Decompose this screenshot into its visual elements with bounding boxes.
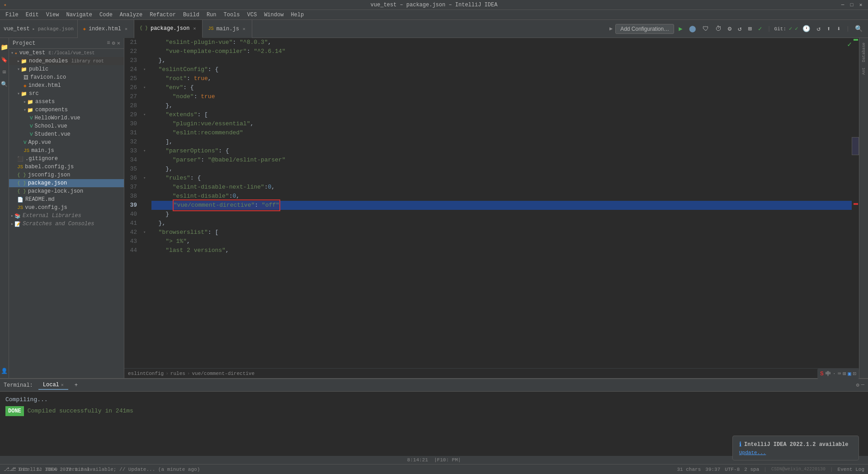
menu-file[interactable]: File bbox=[2, 10, 22, 20]
tab-index-html[interactable]: ◈ index.html ✕ bbox=[78, 20, 134, 38]
tree-item-school[interactable]: V School.vue bbox=[9, 122, 124, 130]
ant-icon[interactable]: Ant bbox=[861, 65, 867, 77]
minimize-button[interactable]: ─ bbox=[839, 1, 846, 9]
breadcrumb-rules[interactable]: rules bbox=[170, 371, 185, 376]
breadcrumb-directive[interactable]: vue/comment-directive bbox=[192, 371, 255, 376]
terminal-minimize-icon[interactable]: ─ bbox=[861, 382, 864, 389]
close-button[interactable]: ✕ bbox=[857, 1, 864, 9]
add-configuration-button[interactable]: Add Configuration… bbox=[615, 24, 674, 34]
menu-build[interactable]: Build bbox=[179, 10, 203, 20]
tree-item-vue-test[interactable]: ▾ ✦ vue_test E:/local/vue_test bbox=[9, 49, 124, 57]
find-icon[interactable]: 🔍 bbox=[0, 79, 9, 90]
history-icon[interactable]: 🕐 bbox=[801, 24, 812, 33]
tree-item-gitignore[interactable]: ⬛ .gitignore bbox=[9, 155, 124, 163]
tree-item-index-html[interactable]: ◈ index.html bbox=[9, 81, 124, 90]
maximize-button[interactable]: □ bbox=[848, 1, 855, 9]
menu-tools[interactable]: Tools bbox=[220, 10, 244, 20]
tree-item-assets[interactable]: ▸ 📁 assets bbox=[9, 98, 124, 106]
tree-item-main-js[interactable]: JS main.js bbox=[9, 147, 124, 155]
notification-icon: ℹ bbox=[739, 441, 741, 448]
sidebar-settings-icon[interactable]: ≡ bbox=[107, 40, 110, 47]
menu-view[interactable]: View bbox=[42, 10, 63, 20]
tree-item-src[interactable]: ▾ 📁 src bbox=[9, 90, 124, 98]
bookmark-panel-icon[interactable]: 🔖 bbox=[0, 55, 9, 65]
tree-item-jsconfig[interactable]: { } jsconfig.json bbox=[9, 171, 124, 179]
code-editor[interactable]: 21 22 23 24 25 26 27 28 29 30 31 32 33 3… bbox=[124, 38, 859, 368]
tree-item-helloworld[interactable]: V HelloWorld.vue bbox=[9, 114, 124, 122]
revert-icon[interactable]: ↺ bbox=[736, 24, 743, 33]
menu-refactor[interactable]: Refactor bbox=[146, 10, 179, 20]
cursor-position[interactable]: 39:37 bbox=[705, 467, 720, 472]
fold-arrow-36[interactable]: ▾ bbox=[143, 174, 150, 183]
tree-item-vue-config[interactable]: JS vue.config.js bbox=[9, 204, 124, 212]
debug-button[interactable]: ⬤ bbox=[687, 24, 698, 33]
search-everywhere-icon[interactable]: 🔍 bbox=[853, 24, 864, 33]
tree-item-babel[interactable]: JS babel.config.js bbox=[9, 163, 124, 171]
code-line-23: }, bbox=[151, 56, 852, 65]
fetch-icon[interactable]: ⬇ bbox=[835, 24, 842, 33]
project-selector[interactable]: vue_test bbox=[4, 26, 30, 32]
tree-item-favicon[interactable]: 🖼 favicon.ico bbox=[9, 73, 124, 81]
menu-edit[interactable]: Edit bbox=[22, 10, 42, 20]
tree-item-package-json[interactable]: { } package.json bbox=[9, 179, 124, 187]
done-badge: DONE bbox=[5, 406, 24, 416]
tab-local[interactable]: Local ✕ bbox=[38, 381, 68, 390]
menu-help[interactable]: Help bbox=[287, 10, 307, 20]
code-line-39[interactable]: "vue/comment-directive": "off" bbox=[151, 201, 852, 210]
menu-window[interactable]: Window bbox=[260, 10, 287, 20]
right-panel-icons: Database Ant bbox=[859, 38, 868, 378]
menu-navigate[interactable]: Navigate bbox=[62, 10, 96, 20]
code-line-26: "env": { bbox=[151, 83, 852, 92]
tree-item-readme[interactable]: 📄 README.md bbox=[9, 195, 124, 204]
menu-run[interactable]: Run bbox=[203, 10, 220, 20]
fold-arrow-29[interactable]: ▾ bbox=[143, 110, 150, 119]
menu-bar: File Edit View Navigate Code Analyze Ref… bbox=[0, 10, 868, 20]
vcs-panel-icon[interactable]: 👤 bbox=[0, 366, 9, 378]
tree-item-external-libs[interactable]: ▸ 📚 External Libraries bbox=[9, 212, 124, 220]
encoding[interactable]: UTF-8 bbox=[725, 467, 740, 472]
tree-item-public[interactable]: ▾ 📁 public bbox=[9, 65, 124, 73]
tree-item-scratches[interactable]: ▸ 📝 Scratches and Consoles bbox=[9, 220, 124, 228]
sidebar-gear-icon[interactable]: ⚙ bbox=[112, 40, 115, 47]
tab-close-index[interactable]: ✕ bbox=[124, 26, 128, 32]
vcs-icon[interactable]: ✓ bbox=[756, 24, 764, 33]
terminal-settings-icon[interactable]: ⚙ bbox=[856, 382, 859, 389]
menu-code[interactable]: Code bbox=[96, 10, 116, 20]
tab-new-terminal[interactable]: + bbox=[70, 381, 82, 389]
structure-icon[interactable]: ⊞ bbox=[2, 67, 7, 77]
indentation[interactable]: 2 spa bbox=[744, 467, 759, 472]
rollback-icon[interactable]: ↺ bbox=[815, 24, 822, 33]
database-icon[interactable]: Database bbox=[861, 40, 867, 65]
tab-close-main[interactable]: ✕ bbox=[242, 26, 246, 32]
tab-main-js[interactable]: JS main.js ✕ bbox=[203, 20, 252, 38]
tree-item-app-vue[interactable]: V App.vue bbox=[9, 138, 124, 147]
push-icon[interactable]: ⬆ bbox=[825, 24, 832, 33]
settings-icon[interactable]: ⚙ bbox=[726, 24, 733, 33]
fold-arrow-24[interactable]: ▾ bbox=[143, 65, 150, 74]
tab-close-package[interactable]: ✕ bbox=[192, 26, 197, 31]
tree-item-package-lock[interactable]: { } package-lock.json bbox=[9, 187, 124, 195]
local-tab-close[interactable]: ✕ bbox=[61, 382, 64, 388]
run-button[interactable]: ▶ bbox=[677, 24, 684, 33]
tab-package-json[interactable]: { } package.json ✕ bbox=[134, 20, 203, 38]
fold-arrow-42[interactable]: ▾ bbox=[143, 228, 150, 237]
event-log[interactable]: Event Log bbox=[838, 467, 864, 472]
tree-item-components[interactable]: ▾ 📁 components bbox=[9, 106, 124, 114]
menu-vcs[interactable]: VCS bbox=[244, 10, 261, 20]
code-line-42: "browserslist": [ bbox=[151, 228, 852, 237]
sidebar-close-icon[interactable]: ✕ bbox=[117, 40, 120, 47]
menu-analyze[interactable]: Analyze bbox=[116, 10, 146, 20]
bookmark-icon[interactable]: ⊞ bbox=[746, 24, 754, 33]
csdn-watermark: CSDN@weixin_42220130 bbox=[771, 467, 826, 472]
breadcrumb-eslint[interactable]: eslintConfig bbox=[128, 371, 164, 376]
fold-arrow-26[interactable]: ▾ bbox=[143, 83, 150, 92]
notification-update-link[interactable]: Update... bbox=[739, 450, 766, 455]
fold-arrow-33[interactable]: ▾ bbox=[143, 147, 150, 156]
tree-item-student[interactable]: V Student.vue bbox=[9, 130, 124, 138]
js-icon: JS bbox=[208, 26, 213, 31]
title-bar: ✦ vue_test – package.json – IntelliJ IDE… bbox=[0, 0, 868, 10]
tree-item-node-modules[interactable]: ▸ 📁 node_modules library root bbox=[9, 57, 124, 65]
coverage-button[interactable]: 🛡 bbox=[701, 24, 711, 33]
project-icon[interactable]: 📁 bbox=[0, 42, 9, 53]
profile-button[interactable]: ⏱ bbox=[713, 24, 723, 33]
